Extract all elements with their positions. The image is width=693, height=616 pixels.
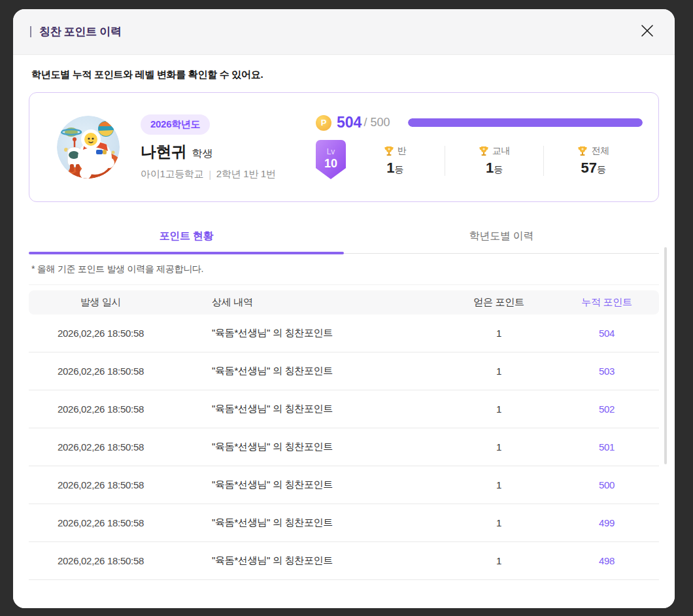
school-row: 아이1고등학교 | 2학년 1반 1번	[141, 168, 316, 180]
table-note: * 올해 기준 포인트 발생 이력을 제공합니다.	[29, 254, 659, 285]
point-history-table: 발생 일시 상세 내역 얻은 포인트 누적 포인트 2026,02,26 18:…	[29, 290, 659, 608]
tab-bar: 포인트 현황 학년도별 이력	[29, 222, 659, 254]
rank-class: 반 1등	[346, 145, 445, 177]
rank-overall-label: 전체	[577, 145, 609, 157]
scrollbar[interactable]	[664, 247, 667, 464]
level-value: 10	[324, 157, 337, 170]
rank-overall-value: 57등	[581, 160, 605, 177]
cell-detail: "육돔*선생님" 의 칭찬포인트	[173, 479, 443, 491]
modal-header: 칭찬 포인트 이력	[13, 9, 675, 55]
cell-detail: "육돔*선생님" 의 칭찬포인트	[173, 441, 443, 453]
points-max: / 500	[363, 116, 390, 129]
rank-school-label: 교내	[479, 145, 510, 157]
table-row: 2026,02,26 18:50:58 "육돔*선생님" 의 칭찬포인트 1 5…	[29, 315, 659, 352]
cell-earned: 1	[443, 328, 554, 339]
title-accent-bar	[30, 26, 31, 37]
cell-detail: "육돔*선생님" 의 칭찬포인트	[173, 365, 443, 377]
cell-cumulative: 503	[554, 366, 659, 377]
praise-point-history-modal: 칭찬 포인트 이력 학년도별 누적 포인트와 레벨 변화를 확인할 수 있어요.	[13, 9, 675, 608]
point-coin-icon: P	[316, 115, 331, 131]
rank-overall-text: 전체	[591, 145, 609, 157]
page-title: 칭찬 포인트 이력	[39, 24, 122, 39]
cell-datetime: 2026,02,26 18:50:58	[29, 517, 173, 528]
cell-datetime: 2026,02,26 18:50:58	[29, 328, 173, 339]
cell-cumulative: 504	[554, 328, 659, 339]
table-row: 2026,02,26 18:50:58 "육돔*선생님" 의 칭찬포인트 1 5…	[29, 352, 659, 390]
tab-point-status[interactable]: 포인트 현황	[29, 222, 344, 253]
cell-cumulative: 501	[554, 441, 659, 453]
cell-cumulative: 500	[554, 479, 659, 490]
cell-datetime: 2026,02,26 18:50:58	[29, 555, 173, 566]
student-name: 나현귀	[141, 141, 187, 162]
cell-detail: "육돔*선생님" 의 칭찬포인트	[173, 555, 443, 567]
cell-datetime: 2026,02,26 18:50:58	[29, 403, 173, 415]
profile-card: 2026학년도 나현귀 학생 아이1고등학교 | 2학년 1반 1번 P 504…	[29, 92, 659, 202]
cell-earned: 1	[443, 517, 554, 528]
cell-datetime: 2026,02,26 18:50:58	[29, 479, 173, 490]
cell-detail: "육돔*선생님" 의 칭찬포인트	[173, 403, 443, 415]
cell-earned: 1	[443, 555, 554, 566]
school-name: 아이1고등학교	[141, 168, 203, 180]
cell-datetime: 2026,02,26 18:50:58	[29, 366, 173, 377]
name-row: 나현귀 학생	[141, 141, 316, 162]
bottom-fade	[13, 592, 675, 608]
rank-overall: 전체 57등	[544, 145, 643, 177]
school-divider: |	[209, 169, 211, 180]
cell-earned: 1	[443, 479, 554, 490]
cell-datetime: 2026,02,26 18:50:58	[29, 441, 173, 453]
cell-earned: 1	[443, 441, 554, 453]
close-icon	[640, 24, 654, 40]
rank-class-label: 반	[384, 145, 407, 157]
rank-school-text: 교내	[492, 145, 510, 157]
cell-earned: 1	[443, 366, 554, 377]
student-role: 학생	[192, 147, 213, 161]
points-current: 504	[337, 114, 362, 131]
table-row: 2026,02,26 18:50:58 "육돔*선생님" 의 칭찬포인트 1 4…	[29, 504, 659, 542]
profile-info: 2026학년도 나현귀 학생 아이1고등학교 | 2학년 1반 1번	[141, 114, 316, 180]
cell-cumulative: 498	[554, 555, 659, 566]
rank-school: 교내 1등	[445, 145, 544, 177]
close-button[interactable]	[637, 22, 658, 43]
subtitle: 학년도별 누적 포인트와 레벨 변화를 확인할 수 있어요.	[31, 69, 659, 81]
points-summary: P 504 / 500	[316, 114, 643, 131]
progress-bar	[408, 118, 643, 127]
header-detail: 상세 내역	[173, 296, 443, 309]
trophy-icon	[577, 146, 588, 156]
table-row: 2026,02,26 18:50:58 "육돔*선생님" 의 칭찬포인트 1 5…	[29, 428, 659, 466]
level-badge: Lv 10	[316, 140, 346, 180]
table-row: 2026,02,26 18:50:58 "육돔*선생님" 의 칭찬포인트 1 5…	[29, 390, 659, 428]
rank-class-text: 반	[397, 145, 407, 157]
cell-cumulative: 502	[554, 403, 659, 415]
trophy-icon	[384, 146, 394, 156]
level-and-ranks: Lv 10 반 1등	[316, 140, 643, 180]
table-row: 2026,02,26 18:50:58 "육돔*선생님" 의 칭찬포인트 1 4…	[29, 542, 659, 580]
tab-yearly-history[interactable]: 학년도별 이력	[344, 222, 659, 253]
cell-detail: "육돔*선생님" 의 칭찬포인트	[173, 517, 443, 529]
cell-cumulative: 499	[554, 517, 659, 528]
trophy-icon	[479, 146, 489, 156]
header-datetime: 발생 일시	[29, 296, 173, 309]
progress-fill	[408, 118, 643, 127]
rankings: 반 1등 교내 1등	[346, 145, 643, 177]
cell-detail: "육돔*선생님" 의 칭찬포인트	[173, 327, 443, 339]
table-row: 2026,02,26 18:50:58 "육돔*선생님" 의 칭찬포인트 1 5…	[29, 466, 659, 504]
title-wrap: 칭찬 포인트 이력	[30, 24, 122, 39]
cell-earned: 1	[443, 403, 554, 415]
header-earned: 얻은 포인트	[443, 296, 554, 309]
table-body: 2026,02,26 18:50:58 "육돔*선생님" 의 칭찬포인트 1 5…	[29, 315, 659, 608]
class-info: 2학년 1반 1번	[216, 168, 276, 180]
table-header: 발생 일시 상세 내역 얻은 포인트 누적 포인트	[29, 290, 659, 315]
header-cumulative: 누적 포인트	[554, 296, 659, 309]
points-section: P 504 / 500	[316, 114, 643, 180]
avatar	[57, 116, 120, 179]
rank-class-value: 1등	[386, 160, 403, 177]
year-badge: 2026학년도	[141, 114, 210, 135]
modal-body: 학년도별 누적 포인트와 레벨 변화를 확인할 수 있어요.	[13, 69, 675, 608]
level-label: Lv	[327, 147, 335, 156]
rank-school-value: 1등	[486, 160, 503, 177]
